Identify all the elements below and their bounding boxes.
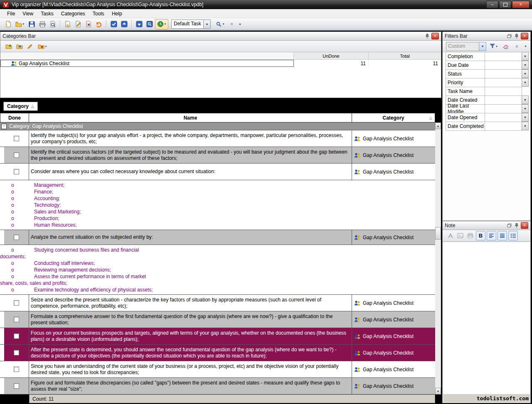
task-templates-button[interactable]: ▼ (214, 20, 226, 29)
timer-button[interactable]: ▼ (155, 19, 168, 29)
task-row[interactable]: Consider areas where you can collect nec… (0, 164, 435, 180)
close-icon[interactable]: × (521, 33, 528, 39)
task-checkbox[interactable] (14, 136, 19, 141)
delete-filter-button[interactable]: × (512, 42, 522, 51)
filters-overflow-chevron[interactable]: ▼ (523, 45, 528, 48)
task-row[interactable]: Formulate a comprehensive answer to the … (0, 311, 435, 328)
task-name-cell[interactable]: Seize and describe the present situation… (29, 295, 352, 311)
pin-icon[interactable] (513, 33, 520, 39)
task-checkbox[interactable] (14, 333, 19, 339)
clear-filter-button[interactable] (501, 42, 511, 51)
task-name-cell[interactable]: Analyze the current situation on the sub… (29, 230, 352, 245)
mark-complete-button[interactable] (109, 20, 118, 29)
task-checkbox[interactable] (14, 350, 19, 355)
task-row[interactable]: Seize and describe the present situation… (0, 295, 435, 311)
filter-value-field[interactable] (485, 87, 522, 96)
filter-dropdown-icon[interactable]: ▼ (522, 122, 529, 130)
task-row[interactable]: After the present state is determined, y… (0, 345, 435, 361)
task-checkbox[interactable] (14, 383, 19, 389)
filter-value-field[interactable] (485, 61, 522, 70)
default-task-dropdown-icon[interactable]: ▼ (203, 20, 210, 28)
scroll-down-icon[interactable]: ▼ (435, 388, 441, 394)
bold-button[interactable]: B (476, 231, 485, 240)
filter-dropdown-icon[interactable]: ▼ (522, 78, 529, 87)
find-tasks-button[interactable] (145, 20, 154, 29)
filter-value-field[interactable] (485, 69, 522, 78)
maximize-button[interactable] (499, 1, 511, 8)
delete-template-button[interactable]: × (227, 20, 236, 29)
task-name-cell[interactable]: Identify the critical success factors (o… (29, 147, 352, 163)
open-file-button[interactable]: ▼ (14, 20, 26, 29)
close-icon[interactable]: × (521, 222, 528, 229)
category-column-header[interactable]: Category △ (352, 113, 435, 122)
filter-value-field[interactable] (485, 104, 522, 113)
filter-value-field[interactable] (485, 78, 522, 87)
task-row[interactable]: Identify the critical success factors (o… (0, 147, 435, 164)
delete-task-button[interactable] (84, 20, 93, 29)
menu-item-tools[interactable]: Tools (89, 10, 108, 18)
task-row[interactable]: Figure out and formulate these discrepan… (0, 378, 435, 394)
filter-dropdown-icon[interactable]: ▼ (522, 69, 529, 78)
task-name-cell[interactable]: Identify the subject(s) for your gap ana… (29, 130, 352, 147)
task-name-cell[interactable]: After the present state is determined, y… (29, 345, 352, 361)
task-checkbox[interactable] (14, 235, 19, 240)
vertical-scrollbar[interactable]: ▲ ▼ (435, 122, 441, 394)
apply-filter-button[interactable]: ▼ (488, 42, 500, 51)
edit-category-button[interactable] (25, 42, 35, 51)
task-checkbox[interactable] (14, 300, 19, 306)
add-category-button[interactable] (4, 42, 13, 51)
restore-icon[interactable] (506, 223, 512, 228)
add-subcategory-button[interactable] (15, 42, 24, 51)
print-preview-button[interactable] (48, 20, 57, 29)
save-button[interactable] (27, 20, 37, 29)
minimize-button[interactable]: – (486, 1, 498, 8)
restore-icon[interactable] (506, 33, 512, 39)
filter-dropdown-icon[interactable]: ▼ (522, 61, 529, 69)
name-column-header[interactable]: Name (29, 113, 352, 122)
category-column-header[interactable] (0, 52, 294, 59)
category-row[interactable]: Gap Analysis Checklist1111 (0, 60, 441, 67)
task-row[interactable]: Focus on your current business prospects… (0, 328, 435, 345)
bullet-list-button[interactable] (508, 231, 518, 240)
scroll-up-icon[interactable]: ▲ (435, 122, 441, 129)
task-checkbox[interactable] (14, 367, 19, 372)
print-note-button[interactable] (466, 231, 475, 240)
titlebar[interactable]: Vip organizer [M:\Vlad\Checklists\Gap An… (0, 0, 532, 9)
print-button[interactable] (37, 20, 47, 29)
filter-value-field[interactable] (485, 52, 522, 61)
filter-preset-select[interactable]: Custom ▼ (446, 42, 486, 51)
menu-item-categories[interactable]: Categories (57, 10, 89, 18)
edit-task-button[interactable] (73, 20, 83, 29)
filter-value-field[interactable] (485, 122, 522, 131)
filter-dropdown-icon[interactable]: ▼ (522, 104, 529, 113)
close-button[interactable]: × (512, 1, 530, 8)
menu-item-help[interactable]: Help (108, 10, 126, 18)
filter-preset-dropdown-icon[interactable]: ▼ (479, 42, 486, 51)
toolbar-overflow-chevron[interactable]: ▼ (237, 23, 243, 26)
filter-value-field[interactable] (485, 113, 522, 122)
undo-button[interactable] (94, 20, 103, 29)
insert-image-button[interactable] (456, 231, 465, 240)
menu-item-view[interactable]: View (19, 10, 37, 18)
filter-dropdown-icon[interactable]: ▼ (522, 95, 529, 104)
new-task-button[interactable] (63, 20, 72, 29)
category-actions-chevron[interactable]: ▼ (45, 45, 47, 48)
menu-item-file[interactable]: File (3, 10, 19, 18)
filter-dropdown-icon[interactable]: ▼ (495, 45, 498, 48)
close-icon[interactable]: × (431, 33, 439, 39)
align-justify-button[interactable] (498, 231, 507, 240)
category-name-cell[interactable]: Gap Analysis Checklist (0, 60, 294, 67)
scrollbar-thumb[interactable] (435, 227, 441, 240)
filter-dropdown-icon[interactable]: ▼ (522, 52, 529, 61)
filter-dropdown-icon[interactable]: ▼ (522, 113, 529, 122)
task-checkbox[interactable] (14, 317, 19, 322)
task-name-cell[interactable]: Formulate a comprehensive answer to the … (29, 311, 352, 328)
pin-icon[interactable] (513, 223, 520, 228)
task-row[interactable]: Analyze the current situation on the sub… (0, 230, 435, 245)
undone-column-header[interactable]: UnDone (294, 52, 369, 59)
group-row[interactable]: − Category: Gap Analysis Checklist (0, 122, 435, 130)
task-name-cell[interactable]: Figure out and formulate these discrepan… (29, 378, 352, 394)
filter-value-field[interactable] (485, 95, 522, 105)
move-up-button[interactable] (119, 20, 129, 29)
total-column-header[interactable]: Total (369, 52, 441, 59)
